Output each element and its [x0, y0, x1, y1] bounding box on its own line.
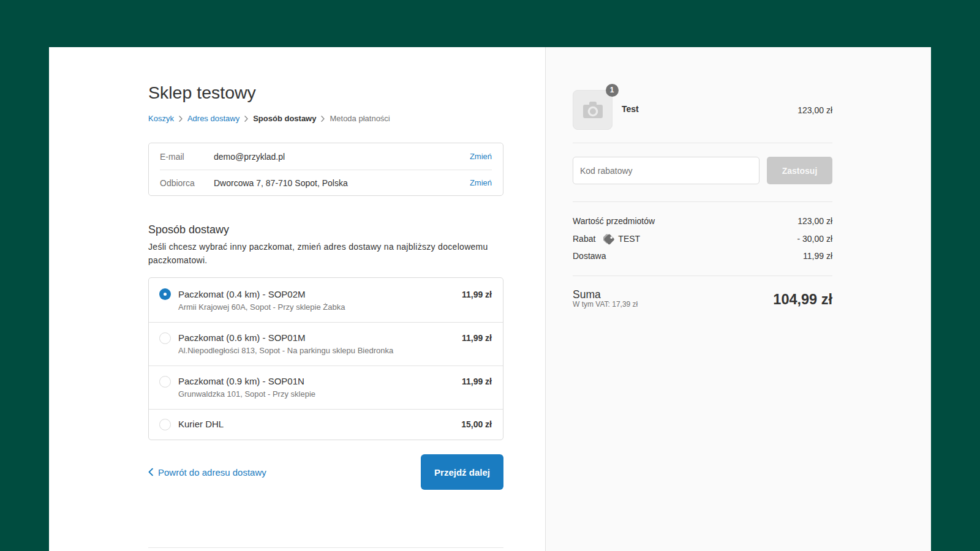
discount-label: Rabat TEST — [573, 233, 797, 245]
chevron-right-icon — [179, 116, 183, 122]
shipping-section-description: Jeśli chcesz wybrać inny paczkomat, zmie… — [148, 240, 503, 267]
review-email-label: E-mail — [160, 152, 214, 162]
back-link-label: Powrót do adresu dostawy — [158, 467, 266, 478]
radio-icon[interactable] — [159, 419, 171, 430]
breadcrumb: Koszyk Adres dostawy Sposób dostawy Meto… — [148, 114, 390, 123]
review-box: E-mail demo@przyklad.pl Zmień Odbiorca D… — [148, 143, 503, 196]
radio-icon[interactable] — [159, 376, 171, 388]
shipping-value: 11,99 zł — [803, 251, 832, 261]
quantity-badge: 1 — [606, 84, 619, 97]
discount-row: Zastosuj — [573, 157, 832, 184]
chevron-right-icon — [244, 116, 248, 122]
back-link[interactable]: Powrót do adresu dostawy — [148, 467, 266, 478]
discount-label-text: Rabat — [573, 234, 595, 244]
shipping-label: Dostawa — [573, 251, 803, 261]
product-name: Test — [622, 104, 797, 114]
shipping-option-subtitle: Armii Krajowej 60A, Sopot - Przy sklepie… — [178, 302, 492, 312]
camera-icon — [582, 102, 603, 119]
vat-note: W tym VAT: 17,39 zł — [573, 300, 773, 309]
breadcrumb-shipping-method: Sposób dostawy — [253, 114, 316, 123]
shipping-option-4[interactable]: Kurier DHL 15,00 zł — [149, 409, 503, 440]
review-row-email: E-mail demo@przyklad.pl Zmień — [160, 143, 492, 170]
discount-code-text: TEST — [618, 234, 640, 244]
main-column: Sklep testowy Koszyk Adres dostawy Sposó… — [49, 47, 545, 551]
shipping-option-price: 11,99 zł — [462, 377, 492, 386]
shipping-option-subtitle: Al.Niepodległości 813, Sopot - Na parkin… — [178, 346, 492, 356]
breadcrumb-cart[interactable]: Koszyk — [148, 114, 174, 123]
shipping-option-title: Paczkomat (0.9 km) - SOP01N — [178, 375, 462, 388]
totals-block: Wartość przedmiotów 123,00 zł Rabat TEST — [573, 212, 832, 265]
shipping-option-2[interactable]: Paczkomat (0.6 km) - SOP01M 11,99 zł Al.… — [149, 322, 503, 365]
order-summary-sidebar: 1 Test 123,00 zł Zastosuj Wartość przedm… — [545, 47, 931, 551]
change-email-link[interactable]: Zmień — [470, 152, 492, 161]
discount-tag-icon — [603, 233, 615, 246]
review-recipient-value: Dworcowa 7, 87-710 Sopot, Polska — [214, 178, 470, 188]
shipping-option-title: Paczkomat (0.4 km) - SOP02M — [178, 288, 462, 301]
sidebar-divider — [573, 276, 832, 276]
sidebar-divider — [573, 201, 832, 202]
shipping-section-title: Sposób dostawy — [148, 223, 229, 236]
subtotal-value: 123,00 zł — [797, 216, 832, 226]
total-label: Suma — [573, 290, 773, 300]
review-recipient-label: Odbiorca — [160, 178, 214, 188]
radio-icon[interactable] — [159, 332, 171, 344]
product-row: 1 Test 123,00 zł — [573, 90, 832, 130]
total-value: 104,99 zł — [773, 291, 832, 309]
footer-divider — [148, 547, 503, 548]
breadcrumb-payment-method: Metoda płatności — [330, 114, 390, 123]
continue-button[interactable]: Przejdź dalej — [421, 454, 503, 490]
chevron-right-icon — [321, 116, 325, 122]
shipping-option-price: 11,99 zł — [462, 290, 492, 299]
shipping-option-price: 11,99 zł — [462, 333, 492, 343]
footer-nav: Powrót do adresu dostawy Przejdź dalej — [148, 454, 503, 490]
review-email-value: demo@przyklad.pl — [214, 152, 470, 162]
review-row-recipient: Odbiorca Dworcowa 7, 87-710 Sopot, Polsk… — [160, 170, 492, 196]
shipping-option-1[interactable]: Paczkomat (0.4 km) - SOP02M 11,99 zł Arm… — [149, 278, 503, 322]
shipping-option-subtitle: Grunwaldzka 101, Sopot - Przy sklepie — [178, 389, 492, 399]
discount-value: - 30,00 zł — [797, 234, 832, 244]
product-price: 123,00 zł — [797, 105, 832, 115]
subtotal-row: Wartość przedmiotów 123,00 zł — [573, 212, 832, 230]
discount-total-row: Rabat TEST - 30,00 zł — [573, 230, 832, 248]
checkout-card: Sklep testowy Koszyk Adres dostawy Sposó… — [49, 47, 931, 551]
sum-block: Suma W tym VAT: 17,39 zł 104,99 zł — [573, 287, 832, 309]
change-recipient-link[interactable]: Zmień — [470, 178, 492, 187]
shipping-option-title: Paczkomat (0.6 km) - SOP01M — [178, 332, 462, 344]
store-name: Sklep testowy — [148, 83, 256, 103]
discount-code-input[interactable] — [573, 157, 760, 184]
shipping-options-box: Paczkomat (0.4 km) - SOP02M 11,99 zł Arm… — [148, 277, 503, 440]
shipping-option-price: 15,00 zł — [461, 419, 492, 429]
shipping-total-row: Dostawa 11,99 zł — [573, 247, 832, 265]
apply-discount-button[interactable]: Zastosuj — [767, 157, 832, 184]
shipping-option-title: Kurier DHL — [178, 419, 461, 430]
breadcrumb-shipping-address[interactable]: Adres dostawy — [187, 114, 239, 123]
radio-selected-icon[interactable] — [159, 288, 171, 300]
sidebar-divider — [573, 143, 832, 143]
subtotal-label: Wartość przedmiotów — [573, 216, 797, 226]
chevron-left-icon — [148, 468, 153, 476]
shipping-option-3[interactable]: Paczkomat (0.9 km) - SOP01N 11,99 zł Gru… — [149, 365, 503, 409]
product-thumbnail: 1 — [573, 90, 612, 130]
